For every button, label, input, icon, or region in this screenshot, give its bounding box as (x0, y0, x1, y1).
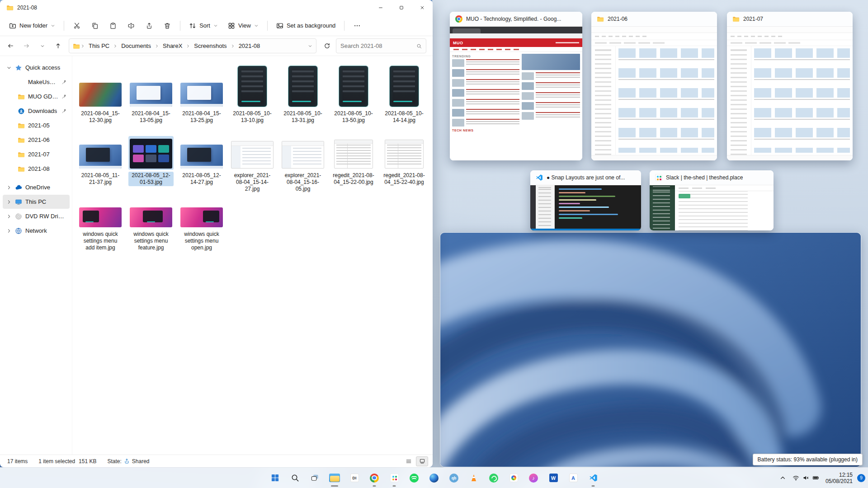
desktop-snap-zone[interactable] (440, 232, 861, 467)
task-view-button[interactable] (306, 469, 324, 487)
taskbar-app-di[interactable]: DI (345, 469, 363, 487)
maximize-button[interactable] (391, 0, 412, 15)
minimize-button[interactable] (370, 0, 391, 15)
address-dropdown-icon[interactable] (308, 44, 312, 48)
taskbar-photos[interactable] (505, 469, 523, 487)
file-item[interactable]: regedit_2021-08-04_15-22-40.jpg (382, 136, 427, 193)
delete-button[interactable] (159, 18, 176, 33)
clock[interactable]: 12:15 05/08/2021 (823, 472, 855, 484)
sidebar-item-2021-05[interactable]: 2021-05 (3, 118, 70, 132)
search-box[interactable] (336, 38, 426, 53)
search-input[interactable] (340, 42, 414, 49)
file-item[interactable]: explorer_2021-08-04_15-16-05.jpg (280, 136, 326, 193)
file-item[interactable]: 2021-08-05_11-21-37.jpg (78, 136, 123, 193)
taskbar-app-a[interactable]: A (564, 469, 582, 487)
forward-button[interactable] (19, 39, 33, 53)
sidebar-item-2021-08[interactable]: 2021-08 (3, 162, 70, 176)
thumbnail-view-button[interactable] (416, 456, 428, 466)
file-item[interactable]: windows quick settings menu feature.jpg (128, 205, 174, 252)
chevron-right-icon[interactable] (6, 199, 12, 205)
file-item[interactable]: 2021-08-04_15-12-30.jpg (78, 63, 123, 124)
snap-window-vscode[interactable]: ● Snap Layouts are just one of... (530, 170, 641, 230)
breadcrumb-screenshots[interactable]: Screenshots (191, 41, 230, 51)
taskbar-file-explorer[interactable] (326, 469, 344, 487)
snap-window-explorer-2021-06[interactable]: 2021-06 (591, 12, 717, 160)
rename-button[interactable] (123, 18, 140, 33)
notification-badge[interactable]: 9 (857, 474, 865, 482)
file-item-selected[interactable]: 2021-08-05_12-01-53.jpg (128, 136, 174, 193)
breadcrumb-documents[interactable]: Documents (118, 41, 154, 51)
sidebar-item-makeuseof[interactable]: MakeUseOf (3, 75, 70, 89)
taskbar-vscode[interactable] (584, 469, 602, 487)
view-button[interactable]: View (223, 19, 263, 33)
taskbar-vlc[interactable] (465, 469, 483, 487)
sidebar-quick-access[interactable]: Quick access (3, 61, 70, 75)
file-item[interactable]: windows quick settings menu add item.jpg (78, 205, 123, 252)
snap-window-explorer-2021-07[interactable]: 2021-07 (727, 12, 853, 160)
sidebar-item-label: 2021-08 (28, 165, 50, 172)
sidebar-item-dvd-drive[interactable]: DVD RW Drive (D:) A (3, 209, 70, 223)
file-item[interactable]: 2021-08-05_10-13-10.jpg (230, 63, 275, 124)
ellipsis-icon (354, 22, 361, 29)
taskbar-chrome[interactable] (365, 469, 383, 487)
chevron-right-icon[interactable] (6, 214, 12, 219)
close-button[interactable] (412, 0, 433, 15)
file-item[interactable]: 2021-08-04_15-13-25.jpg (179, 63, 224, 124)
set-as-background-button[interactable]: Set as background (272, 19, 340, 33)
snap-window-slack[interactable]: Slack | the-shed | theshed.place (650, 170, 774, 230)
file-item[interactable]: explorer_2021-08-04_15-14-27.jpg (230, 136, 275, 193)
article-row (522, 112, 580, 120)
snap-window-chrome-muo[interactable]: MUO - Technology, Simplified. - Goog... … (450, 12, 582, 160)
up-button[interactable] (51, 39, 65, 53)
sidebar-item-onedrive[interactable]: OneDrive (3, 180, 70, 194)
file-item[interactable]: regedit_2021-08-04_15-22-00.jpg (331, 136, 376, 193)
sidebar-item-muo-gd-screen[interactable]: MUO GD Screen (3, 89, 70, 103)
file-item[interactable]: 2021-08-05_10-13-50.jpg (331, 63, 376, 124)
file-thumbnail (180, 207, 223, 227)
sort-button[interactable]: Sort (184, 19, 222, 33)
new-folder-button[interactable]: New folder (5, 19, 60, 33)
chevron-down-icon[interactable] (6, 65, 12, 70)
copy-button[interactable] (86, 18, 104, 33)
file-item[interactable]: 2021-08-05_10-13-31.jpg (280, 63, 326, 124)
file-item[interactable]: 2021-08-05_12-14-27.jpg (179, 136, 224, 193)
back-button[interactable] (4, 39, 18, 53)
taskbar-word[interactable]: W (544, 469, 562, 487)
taskbar-edge[interactable] (425, 469, 443, 487)
hidden-icons-button[interactable] (777, 470, 789, 486)
refresh-button[interactable] (320, 39, 334, 53)
breadcrumb-this-pc[interactable]: This PC (85, 41, 113, 51)
chevron-right-icon[interactable] (6, 228, 12, 234)
more-options-button[interactable] (349, 18, 366, 33)
sidebar-item-2021-07[interactable]: 2021-07 (3, 147, 70, 161)
file-item[interactable]: 2021-08-04_15-13-05.jpg (128, 63, 174, 124)
chevron-right-icon[interactable] (6, 185, 12, 190)
start-button[interactable] (266, 469, 284, 487)
taskbar-itunes[interactable] (524, 469, 542, 487)
sidebar-item-network[interactable]: Network (3, 224, 70, 238)
titlebar[interactable]: 2021-08 (0, 0, 433, 15)
article-thumb (522, 72, 534, 80)
share-button[interactable] (141, 18, 158, 33)
breadcrumb-2021-08[interactable]: 2021-08 (236, 41, 264, 51)
file-item[interactable]: 2021-08-05_10-14-14.jpg (382, 63, 427, 124)
sidebar-item-this-pc[interactable]: This PC (3, 195, 70, 209)
breadcrumb-sharex[interactable]: ShareX (160, 41, 185, 51)
muo-site-header: MUO (450, 38, 582, 47)
breadcrumb[interactable]: This PC Documents ShareX Screenshots 202… (69, 38, 316, 53)
taskbar-whatsapp[interactable] (485, 469, 503, 487)
taskbar-qbittorrent[interactable]: qb (445, 469, 463, 487)
taskbar-spotify[interactable] (405, 469, 423, 487)
cut-button[interactable] (68, 18, 85, 33)
taskbar-slack[interactable] (385, 469, 403, 487)
search-button[interactable] (286, 469, 304, 487)
sidebar-item-downloads[interactable]: Downloads (3, 104, 70, 118)
recent-locations-button[interactable] (35, 39, 49, 53)
file-item[interactable]: windows quick settings menu open.jpg (179, 205, 224, 252)
sidebar-item-2021-06[interactable]: 2021-06 (3, 133, 70, 147)
paste-button[interactable] (104, 18, 122, 33)
quick-settings-button[interactable] (790, 470, 822, 486)
tech-news-label: TECH NEWS (452, 129, 519, 132)
details-view-button[interactable] (402, 456, 415, 466)
file-thumbnail (282, 141, 324, 169)
